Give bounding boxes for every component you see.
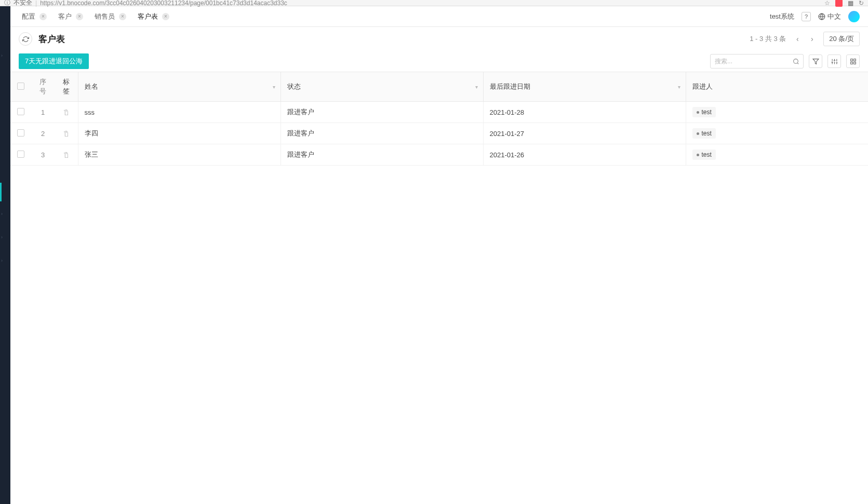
sort-icon[interactable]: ▾ [475, 84, 478, 90]
help-icon[interactable]: ? [802, 12, 811, 21]
pagination-info: 1 - 3 共 3 条 [750, 34, 786, 44]
layout-icon [850, 58, 857, 65]
assignee-chip: test [692, 149, 716, 160]
cell-status: 跟进客户 [281, 102, 483, 123]
sidebar-active-indicator [0, 183, 2, 201]
search-box[interactable] [710, 54, 804, 69]
refresh-button[interactable] [19, 32, 32, 46]
tab-config[interactable]: 配置 × [19, 10, 50, 23]
refresh-icon [22, 36, 29, 43]
tag-icon[interactable]: 🏷 [62, 152, 70, 158]
svg-rect-2 [850, 59, 852, 61]
cell-date: 2021-01-26 [483, 144, 686, 166]
row-checkbox[interactable] [17, 151, 24, 158]
cell-name: 李四 [78, 123, 281, 144]
search-icon[interactable] [793, 58, 799, 65]
cell-name: 张三 [78, 144, 281, 166]
filter-icon [812, 58, 819, 65]
tab-label: 客户 [58, 12, 72, 21]
close-icon[interactable]: × [162, 13, 169, 20]
table-row[interactable]: 2 🏷 李四 跟进客户 2021-01-27 test [10, 123, 868, 144]
header-tag[interactable]: 标签 [55, 72, 78, 102]
svg-rect-4 [850, 62, 852, 64]
table-row[interactable]: 1 🏷 sss 跟进客户 2021-01-28 test [10, 102, 868, 123]
language-label: 中文 [827, 12, 841, 21]
cell-assignee: test [686, 102, 868, 123]
browser-more-icon[interactable]: ↻ [859, 0, 864, 7]
browser-address-bar: ⓘ 不安全 | https://v1.bnocode.com/3cc04c026… [0, 0, 868, 6]
cell-name: sss [78, 102, 281, 123]
tab-salesperson[interactable]: 销售员 × [91, 10, 129, 23]
header-date[interactable]: 最后跟进日期 ▾ [483, 72, 686, 102]
action-bar: 7天无跟进退回公海 [10, 51, 868, 72]
sidebar-chevron-icon[interactable]: › [1, 235, 3, 240]
filter-button[interactable] [809, 55, 822, 68]
left-sidebar: › › › › [0, 6, 10, 504]
header-status[interactable]: 状态 ▾ [281, 72, 483, 102]
tag-icon[interactable]: 🏷 [62, 130, 70, 137]
globe-icon [818, 13, 825, 20]
cell-date: 2021-01-27 [483, 123, 686, 144]
avatar[interactable] [848, 11, 860, 22]
close-icon[interactable]: × [119, 13, 126, 20]
row-checkbox[interactable] [17, 129, 24, 137]
cell-assignee: test [686, 144, 868, 166]
language-switch[interactable]: 中文 [818, 12, 841, 21]
tab-customer[interactable]: 客户 × [55, 10, 86, 23]
extensions-menu-icon[interactable]: ▦ [848, 0, 853, 7]
close-icon[interactable]: × [76, 13, 83, 20]
cell-assignee: test [686, 123, 868, 144]
sidebar-chevron-icon[interactable]: › [1, 211, 3, 216]
cell-status: 跟进客户 [281, 144, 483, 166]
header-assignee[interactable]: 跟进人 [686, 72, 868, 102]
svg-point-1 [794, 59, 798, 63]
tab-label: 配置 [22, 12, 35, 21]
sliders-icon [831, 58, 838, 65]
next-page-button[interactable]: › [807, 34, 817, 44]
assignee-chip: test [692, 107, 716, 117]
close-icon[interactable]: × [39, 13, 47, 20]
return-to-pool-button[interactable]: 7天无跟进退回公海 [19, 53, 89, 69]
sidebar-chevron-icon[interactable]: › [1, 258, 3, 263]
svg-rect-3 [853, 59, 856, 61]
header-seq[interactable]: 序号 [31, 72, 55, 102]
sort-icon[interactable]: ▾ [678, 84, 680, 90]
row-checkbox[interactable] [17, 108, 24, 115]
bookmark-icon[interactable]: ☆ [824, 0, 830, 7]
cell-seq: 3 [31, 144, 55, 166]
page-toolbar: 客户表 1 - 3 共 3 条 ‹ › 20 条/页 [10, 27, 868, 51]
customer-table: 序号 标签 姓名 ▾ 状态 ▾ 最后跟进日期 ▾ [10, 72, 868, 166]
settings-columns-button[interactable] [827, 55, 841, 68]
tab-customer-table[interactable]: 客户表 × [135, 10, 172, 23]
header-checkbox[interactable] [10, 72, 31, 102]
table-row[interactable]: 3 🏷 张三 跟进客户 2021-01-26 test [10, 144, 868, 166]
cell-date: 2021-01-28 [483, 102, 686, 123]
search-input[interactable] [715, 58, 793, 65]
page-size-select[interactable]: 20 条/页 [823, 32, 860, 46]
sidebar-chevron-icon[interactable]: › [1, 53, 3, 58]
cell-seq: 1 [31, 102, 55, 123]
prev-page-button[interactable]: ‹ [792, 34, 803, 44]
extension-icon[interactable] [835, 0, 843, 7]
tab-bar: 配置 × 客户 × 销售员 × 客户表 × test系统 ? [10, 6, 868, 27]
header-name[interactable]: 姓名 ▾ [78, 72, 281, 102]
assignee-chip: test [692, 128, 716, 139]
tab-label: 销售员 [95, 12, 115, 21]
layout-button[interactable] [846, 55, 860, 68]
tag-icon[interactable]: 🏷 [62, 109, 70, 116]
url-text: https://v1.bnocode.com/3cc04c02604020300… [40, 0, 824, 7]
page-title: 客户表 [38, 33, 743, 45]
data-table-wrap: 序号 标签 姓名 ▾ 状态 ▾ 最后跟进日期 ▾ [10, 72, 868, 504]
cell-seq: 2 [31, 123, 55, 144]
system-name: test系统 [770, 12, 794, 21]
tab-label: 客户表 [138, 12, 158, 21]
svg-rect-5 [853, 62, 856, 64]
sort-icon[interactable]: ▾ [273, 84, 275, 90]
cell-status: 跟进客户 [281, 123, 483, 144]
